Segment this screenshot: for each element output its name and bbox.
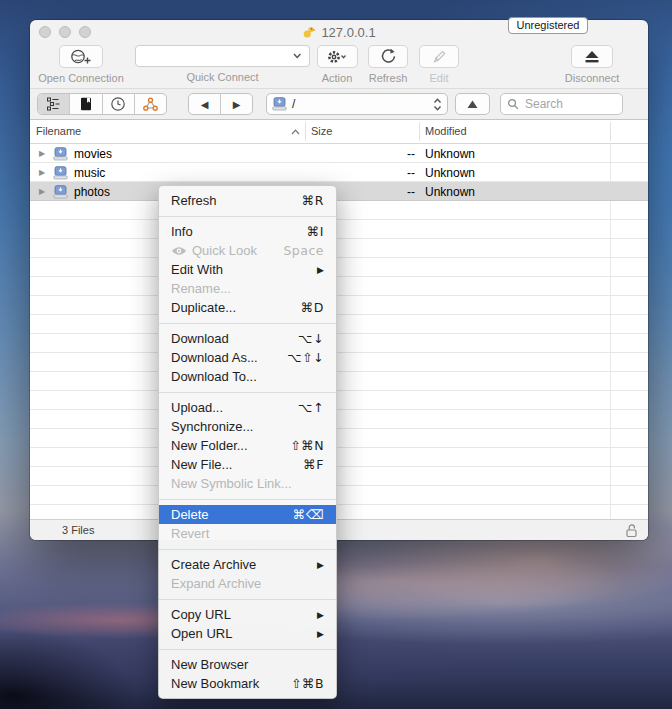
menu-item-label: Refresh <box>171 193 217 208</box>
submenu-arrow-icon: ▶ <box>317 560 324 570</box>
menu-item-label: Expand Archive <box>171 576 261 591</box>
menu-item-refresh[interactable]: Refresh⌘R <box>159 191 336 210</box>
outline-view-icon <box>46 97 61 111</box>
menu-item-label: Info <box>171 224 193 239</box>
disconnect-button[interactable]: Disconnect <box>556 45 628 84</box>
menu-item-label: Download <box>171 331 229 346</box>
menu-item-label: Open URL <box>171 626 232 641</box>
disclosure-triangle-icon[interactable]: ▶ <box>39 187 47 196</box>
menu-item-download-to[interactable]: Download To... <box>159 367 336 386</box>
menu-item-download[interactable]: Download⌥↓ <box>159 329 336 348</box>
menu-item-label: New Bookmark <box>171 676 259 691</box>
bonjour-view-button[interactable] <box>135 94 166 114</box>
menu-item-synchronize[interactable]: Synchronize... <box>159 417 336 436</box>
menu-item-shortcut: ⇧⌘B <box>291 676 324 691</box>
search-input[interactable] <box>523 96 616 112</box>
modified-cell: Unknown <box>425 147 475 161</box>
column-divider[interactable] <box>419 122 420 141</box>
menu-item-info[interactable]: Info⌘I <box>159 222 336 241</box>
refresh-icon <box>380 48 397 65</box>
gear-icon <box>326 49 348 65</box>
quick-connect-input[interactable] <box>136 49 292 63</box>
menu-item-download-as[interactable]: Download As...⌥⇧↓ <box>159 348 336 367</box>
parent-directory-button[interactable] <box>455 93 490 115</box>
menu-item-shortcut: ⌘D <box>301 300 324 315</box>
menu-item-shortcut: ⌥⇧↓ <box>287 350 324 365</box>
history-nav-segmented-control: ◀ ▶ <box>188 93 253 115</box>
status-bar: 3 Files <box>30 519 648 540</box>
menu-item-revert: Revert <box>159 524 336 543</box>
submenu-arrow-icon: ▶ <box>317 629 324 639</box>
remote-folder-icon <box>53 147 68 161</box>
menu-item-new-browser[interactable]: New Browser <box>159 655 336 674</box>
menu-item-new-folder[interactable]: New Folder...⇧⌘N <box>159 436 336 455</box>
outline-view-button[interactable] <box>38 94 70 114</box>
submenu-arrow-icon: ▶ <box>317 265 324 275</box>
back-button[interactable]: ◀ <box>189 94 221 114</box>
column-header-modified[interactable]: Modified <box>425 125 467 137</box>
search-field[interactable] <box>500 93 623 115</box>
filename-cell[interactable]: music <box>74 166 105 180</box>
remote-folder-icon <box>272 97 287 111</box>
menu-item-new-bookmark[interactable]: New Bookmark⇧⌘B <box>159 674 336 693</box>
window-title: 127.0.0.1 <box>321 25 375 40</box>
toolbar: Open Connection Quick Connect Action <box>30 44 648 88</box>
forward-button[interactable]: ▶ <box>221 94 252 114</box>
menu-item-shortcut: Space <box>283 243 324 258</box>
quick-connect-combobox[interactable] <box>135 45 310 67</box>
file-count-status: 3 Files <box>62 524 94 536</box>
menu-item-delete[interactable]: Delete⌘⌫ <box>159 505 336 524</box>
bookmarks-view-button[interactable] <box>70 94 102 114</box>
open-connection-button[interactable]: Open Connection <box>38 45 124 84</box>
remote-folder-icon <box>53 185 68 199</box>
open-connection-label: Open Connection <box>38 72 124 84</box>
file-row-photos[interactable]: ▶ photos--Unknown <box>30 182 648 201</box>
menu-item-create-archive[interactable]: Create Archive▶ <box>159 555 336 574</box>
file-row-movies[interactable]: ▶ movies--Unknown <box>30 144 648 163</box>
menu-item-label: Duplicate... <box>171 300 236 315</box>
disclosure-triangle-icon[interactable]: ▶ <box>39 168 47 177</box>
menu-item-label: Create Archive <box>171 557 256 572</box>
menu-separator <box>159 216 336 217</box>
menu-item-shortcut: ⌘R <box>302 193 324 208</box>
menu-item-label: Revert <box>171 526 209 541</box>
disconnect-label: Disconnect <box>556 72 628 84</box>
disclosure-triangle-icon[interactable]: ▶ <box>39 149 47 158</box>
menu-item-label: New File... <box>171 457 232 472</box>
menu-item-open-url[interactable]: Open URL▶ <box>159 624 336 643</box>
menu-item-duplicate[interactable]: Duplicate...⌘D <box>159 298 336 317</box>
file-row-music[interactable]: ▶ music--Unknown <box>30 163 648 182</box>
column-divider[interactable] <box>305 122 306 141</box>
menu-item-new-file[interactable]: New File...⌘F <box>159 455 336 474</box>
menu-item-shortcut: ⌘I <box>307 224 324 239</box>
filename-cell[interactable]: movies <box>74 147 112 161</box>
menu-item-copy-url[interactable]: Copy URL▶ <box>159 605 336 624</box>
menu-item-label: Synchronize... <box>171 419 253 434</box>
menu-item-upload[interactable]: Upload...⌥↑ <box>159 398 336 417</box>
size-cell: -- <box>305 166 415 180</box>
menu-item-label: Download To... <box>171 369 257 384</box>
file-list: ▶ movies--Unknown▶ music--Unknown▶ photo… <box>30 144 648 519</box>
modified-cell: Unknown <box>425 166 475 180</box>
edit-label: Edit <box>412 72 466 84</box>
eject-icon <box>583 50 601 64</box>
menu-item-expand-archive: Expand Archive <box>159 574 336 593</box>
history-view-button[interactable] <box>103 94 135 114</box>
filename-cell[interactable]: photos <box>74 185 110 199</box>
menu-item-label: Rename... <box>171 281 231 296</box>
column-header-filename[interactable]: Filename <box>36 125 81 137</box>
view-mode-segmented-control <box>37 93 167 115</box>
menu-item-edit-with[interactable]: Edit With▶ <box>159 260 336 279</box>
column-header-size[interactable]: Size <box>311 125 332 137</box>
menu-item-label: New Symbolic Link... <box>171 476 292 491</box>
path-popup-button[interactable]: / <box>266 93 448 115</box>
refresh-button[interactable]: Refresh <box>361 45 415 84</box>
menu-item-shortcut: ⌘⌫ <box>293 507 324 522</box>
edit-button: Edit <box>412 45 466 84</box>
cyberduck-proxy-icon <box>302 25 316 39</box>
menu-item-shortcut: ⌥↓ <box>298 331 324 346</box>
unregistered-badge[interactable]: Unregistered <box>508 17 588 34</box>
up-arrow-icon <box>467 100 478 109</box>
column-divider[interactable] <box>610 122 611 141</box>
menu-separator <box>159 549 336 550</box>
